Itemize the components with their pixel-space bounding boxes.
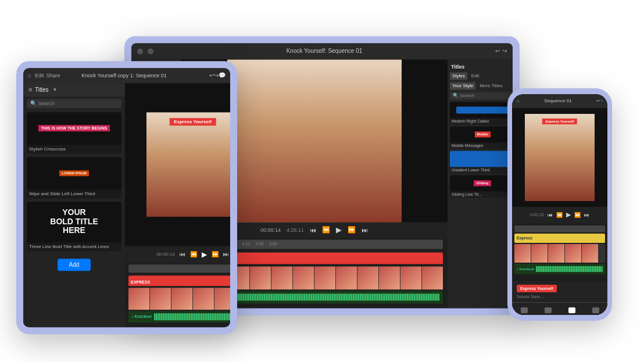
film-frame-9 xyxy=(357,266,378,289)
phone-next-btn[interactable]: ⏭ xyxy=(584,212,589,218)
scene: Knock Yourself: Sequence 01 ↩ ↪ ⌂ ▤ ✦ T … xyxy=(0,0,644,362)
laptop-tab-your-style[interactable]: Your Style xyxy=(450,82,475,89)
tablet-template-3[interactable]: YOUR BOLD TITLE HERE Three Line Bold Tit… xyxy=(27,202,121,251)
tablet-filmstrip xyxy=(128,288,230,310)
phone-film-4 xyxy=(565,244,581,263)
laptop-title-thumb-4: Gliding xyxy=(450,175,513,191)
laptop-title: Knock Yourself: Sequence 01 xyxy=(287,48,363,54)
tablet-template-visual-2: LOREM IPSUM xyxy=(59,170,88,176)
phone-undo-icon[interactable]: ↩ xyxy=(596,98,600,103)
laptop-topbar-dot2 xyxy=(148,48,153,54)
laptop-step-fwd-btn[interactable]: ⏩ xyxy=(348,226,356,234)
tablet-share-label[interactable]: Share xyxy=(46,73,60,78)
phone-tab-layer[interactable]: Layer xyxy=(536,303,560,315)
phone-timeline: Express ♪ Knockout xyxy=(512,223,607,281)
film-frame-10 xyxy=(379,266,400,289)
tablet-search[interactable]: 🔍 Search xyxy=(27,99,121,108)
tablet-play-btn[interactable]: ▶ xyxy=(202,250,207,259)
tablet-ruler xyxy=(128,264,230,273)
tablet-bold-title-line3: HERE xyxy=(63,226,85,235)
laptop-title-item-4[interactable]: Gliding Gliding Line Tit... xyxy=(450,175,513,198)
tablet-express-bar[interactable]: EXPRESS xyxy=(128,275,230,286)
phone-tab-edittext[interactable]: Edit Text xyxy=(560,303,584,315)
tablet-redo-icon[interactable]: ↪ xyxy=(214,72,219,78)
tablet-template-label-2: Wipe and Slide Left Lower Third xyxy=(27,189,121,198)
tablet-prev-btn[interactable]: ⏮ xyxy=(180,251,185,257)
film-frame-8 xyxy=(336,266,357,289)
phone-home-icon[interactable]: ⌂ xyxy=(517,98,520,103)
phone-prev-btn[interactable]: ⏮ xyxy=(548,212,553,218)
tablet-template-1[interactable]: THIS IS HOW THE STORY BEGINS Stylish Cri… xyxy=(27,112,121,153)
laptop-panel-search[interactable]: 🔍 Search xyxy=(450,92,513,99)
tablet-panel-back-icon[interactable]: ✕ xyxy=(28,87,33,93)
tablet-template-label-1: Stylish Crisscross xyxy=(27,145,121,153)
tablet-bold-title-line2: BOLD TITLE xyxy=(50,217,98,226)
film-frame-11 xyxy=(400,266,421,289)
phone-tab-font[interactable]: Font xyxy=(584,303,607,315)
laptop-topbar: Knock Yourself: Sequence 01 ↩ ↪ xyxy=(131,43,513,59)
tablet-template-visual-1: THIS IS HOW THE STORY BEGINS xyxy=(38,125,110,131)
film-frame-4 xyxy=(250,266,271,289)
phone-audio-track: ♪ Knockout xyxy=(514,264,605,274)
laptop-undo-icon[interactable]: ↩ xyxy=(495,48,500,54)
laptop-audio-waveform xyxy=(212,293,439,300)
phone-express-bar[interactable]: Express xyxy=(514,234,605,243)
laptop-tab-styles[interactable]: Styles xyxy=(450,72,467,80)
laptop-person xyxy=(227,59,402,222)
laptop-panel-title: Titles xyxy=(450,62,513,72)
laptop-tab-more-titles[interactable]: More Titles xyxy=(477,82,505,89)
laptop-title-item-2[interactable]: Mobile Mobile Messages xyxy=(450,126,513,149)
phone-film-5 xyxy=(582,244,598,263)
tablet-timeline: EXPRESS ♪ Knockout xyxy=(125,263,230,327)
phone-timeline-label: Express xyxy=(517,236,532,240)
laptop-title-thumb-2: Mobile xyxy=(450,126,513,142)
phone-play-btn[interactable]: ▶ xyxy=(566,211,571,218)
tablet-next-btn[interactable]: ⏭ xyxy=(223,251,229,257)
tablet-comment-icon[interactable]: 💬 xyxy=(219,72,226,78)
laptop-title-visual-2: Mobile xyxy=(475,131,491,137)
phone-step-back-btn[interactable]: ⏪ xyxy=(556,212,563,218)
tablet-home-icon[interactable]: ⌂ xyxy=(28,72,31,78)
phone-style-row: Express Yourself xyxy=(517,285,603,292)
tablet-add-button[interactable]: Add xyxy=(58,259,91,271)
laptop-title-visual-4: Gliding xyxy=(474,180,492,186)
laptop-title-visual-1 xyxy=(456,106,509,113)
phone-film-2 xyxy=(531,244,548,263)
laptop-play-btn[interactable]: ▶ xyxy=(336,225,342,234)
phone-title: Sequence 01 xyxy=(544,98,571,103)
tablet-audio-label: ♪ Knockout xyxy=(131,314,152,318)
laptop-title-label-3: Gradient Lower Third xyxy=(450,167,513,173)
tablet-template-2[interactable]: LOREM IPSUM Wipe and Slide Left Lower Th… xyxy=(27,157,121,198)
laptop-tab-edit[interactable]: Edit xyxy=(469,72,482,80)
phone-person xyxy=(525,114,595,201)
film-frame-5 xyxy=(271,266,292,289)
phone-share-icon[interactable]: ↑ xyxy=(600,98,603,103)
phone-bottom-content: Express Yourself Source Sans ... xyxy=(512,281,607,302)
tablet-person xyxy=(146,112,231,217)
tablet-step-back-btn[interactable]: ⏪ xyxy=(190,251,197,257)
laptop-step-back-btn[interactable]: ⏪ xyxy=(322,226,330,234)
phone-step-fwd-btn[interactable]: ⏩ xyxy=(574,212,581,218)
phone-style-preview: Express Yourself xyxy=(517,285,557,292)
laptop-next-btn[interactable]: ⏭ xyxy=(362,227,368,234)
tablet-timecode: 00:00:14 xyxy=(156,252,174,257)
laptop-title-item-1[interactable]: Modern Right Called xyxy=(450,102,513,124)
laptop-timecode: 00:00:14 xyxy=(260,227,281,233)
phone-edittext-icon xyxy=(568,307,575,313)
laptop-title-item-3[interactable]: Gradient Lower Third xyxy=(450,150,513,173)
laptop-prev-btn[interactable]: ⏮ xyxy=(310,227,316,234)
tablet-screen: ⌂ Edit Share Knock Yourself copy 1: Sequ… xyxy=(23,68,230,327)
film-frame-6 xyxy=(293,266,314,289)
tablet-template-thumb-2: LOREM IPSUM xyxy=(27,157,121,189)
film-frame-7 xyxy=(314,266,335,289)
laptop-title-label-4: Gliding Line Tit... xyxy=(450,191,513,198)
tablet-film-1 xyxy=(128,288,149,310)
tablet-panel-dropdown-icon[interactable]: ▾ xyxy=(53,87,56,92)
tablet-film-2 xyxy=(150,288,171,310)
laptop-redo-icon[interactable]: ↪ xyxy=(502,48,507,54)
tablet-edit-label[interactable]: Edit xyxy=(35,73,44,78)
phone-audio-waveform xyxy=(536,266,603,272)
tablet-step-fwd-btn[interactable]: ⏩ xyxy=(212,251,219,257)
phone-tab-browse[interactable]: Browse xyxy=(512,303,536,315)
tablet-undo-icon[interactable]: ↩ xyxy=(209,72,214,78)
